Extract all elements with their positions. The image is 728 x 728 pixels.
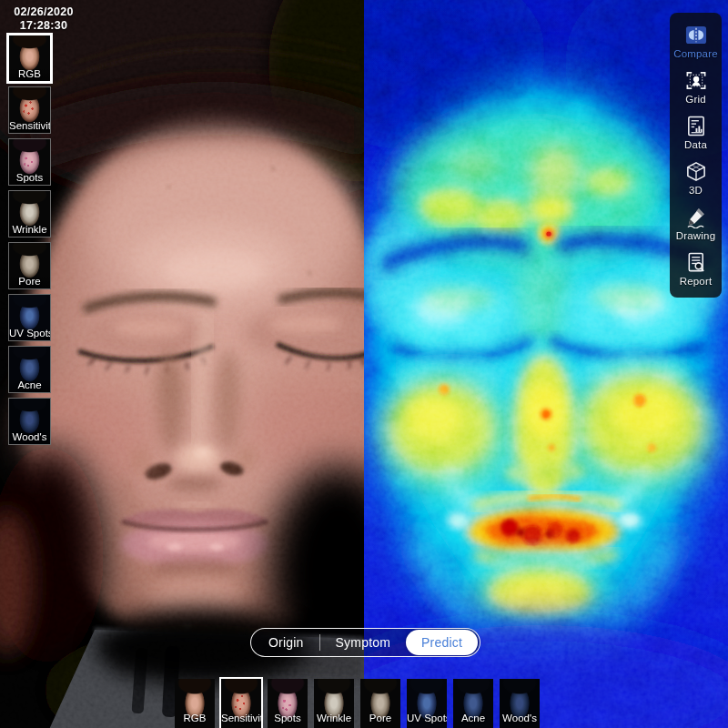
mode-thumb-sensitivity[interactable]: Sensitivity xyxy=(8,86,51,134)
strip-thumb-label: Wrinkle xyxy=(314,712,354,725)
mode-thumb-label: Acne xyxy=(9,379,50,392)
view-mode-toggle: Origin Symptom Predict xyxy=(250,628,480,657)
strip-thumb-sensitivity[interactable]: Sensitivity xyxy=(221,679,261,728)
tool-label: Compare xyxy=(673,48,718,59)
mode-thumbnail-sidebar: RGB Sensitivity Spots Wrinkle Pore UV Sp… xyxy=(8,35,51,445)
strip-thumb-label: Acne xyxy=(453,712,493,725)
tool-label: Grid xyxy=(685,94,706,105)
origin-photo-image xyxy=(0,0,364,728)
mode-thumb-pore[interactable]: Pore xyxy=(8,242,51,289)
mode-thumbnail-strip: RGB Sensitivity Spots Wrinkle Pore UV Sp… xyxy=(175,679,540,728)
tool-label: 3D xyxy=(689,185,703,196)
mode-thumb-label: Sensitivity xyxy=(9,119,50,133)
mode-thumb-woods[interactable]: Wood's xyxy=(8,398,51,445)
tool-3d[interactable]: 3D xyxy=(670,156,722,201)
mode-thumb-label: Pore xyxy=(9,275,50,288)
tool-drawing[interactable]: Drawing xyxy=(670,201,722,247)
mode-thumb-label: Wood's xyxy=(9,430,50,444)
strip-thumb-label: Spots xyxy=(268,712,308,725)
segment-predict[interactable]: Predict xyxy=(406,630,478,655)
grid-icon xyxy=(684,69,708,92)
report-icon xyxy=(684,251,708,274)
mode-thumb-acne[interactable]: Acne xyxy=(8,346,51,393)
strip-thumb-label: UV Spots xyxy=(407,712,447,725)
strip-thumb-wrinkle[interactable]: Wrinkle xyxy=(314,679,354,728)
strip-thumb-uv-spots[interactable]: UV Spots xyxy=(407,679,447,728)
compare-icon xyxy=(684,24,708,46)
strip-thumb-label: Sensitivity xyxy=(221,712,261,725)
skin-analysis-screen: 02/26/2020 17:28:30 RGB Sensitivity Spot… xyxy=(0,0,728,728)
mode-thumb-label: RGB xyxy=(9,67,50,81)
mode-thumb-label: Spots xyxy=(9,171,50,185)
tool-compare[interactable]: Compare xyxy=(670,19,722,65)
tool-label: Data xyxy=(684,139,707,150)
tool-label: Drawing xyxy=(676,230,716,241)
origin-photo-view xyxy=(0,0,364,728)
capture-timestamp: 02/26/2020 17:28:30 xyxy=(4,5,84,34)
segment-symptom[interactable]: Symptom xyxy=(320,630,407,655)
3d-icon xyxy=(684,160,708,183)
mode-thumb-spots[interactable]: Spots xyxy=(8,138,51,186)
strip-thumb-acne[interactable]: Acne xyxy=(453,679,493,728)
strip-thumb-label: Pore xyxy=(360,712,400,725)
tool-label: Report xyxy=(680,276,713,287)
mode-thumb-label: UV Spots xyxy=(9,327,50,340)
mode-thumb-wrinkle[interactable]: Wrinkle xyxy=(8,190,51,238)
segment-origin[interactable]: Origin xyxy=(253,630,319,655)
tool-data[interactable]: Data xyxy=(670,110,722,156)
data-icon xyxy=(684,115,708,137)
strip-thumb-woods[interactable]: Wood's xyxy=(500,679,540,728)
tool-grid[interactable]: Grid xyxy=(670,65,722,110)
strip-thumb-label: Wood's xyxy=(500,712,540,725)
strip-thumb-rgb[interactable]: RGB xyxy=(175,679,215,728)
strip-thumb-pore[interactable]: Pore xyxy=(360,679,400,728)
tool-report[interactable]: Report xyxy=(670,247,722,292)
capture-date: 02/26/2020 xyxy=(4,5,84,19)
capture-time: 17:28:30 xyxy=(4,19,84,33)
tool-panel: Compare Grid xyxy=(670,13,722,298)
mode-thumb-label: Wrinkle xyxy=(9,223,50,237)
drawing-icon xyxy=(684,206,708,228)
strip-thumb-spots[interactable]: Spots xyxy=(268,679,308,728)
mode-thumb-rgb[interactable]: RGB xyxy=(8,35,51,82)
strip-thumb-label: RGB xyxy=(175,712,215,725)
mode-thumb-uv-spots[interactable]: UV Spots xyxy=(8,294,51,341)
